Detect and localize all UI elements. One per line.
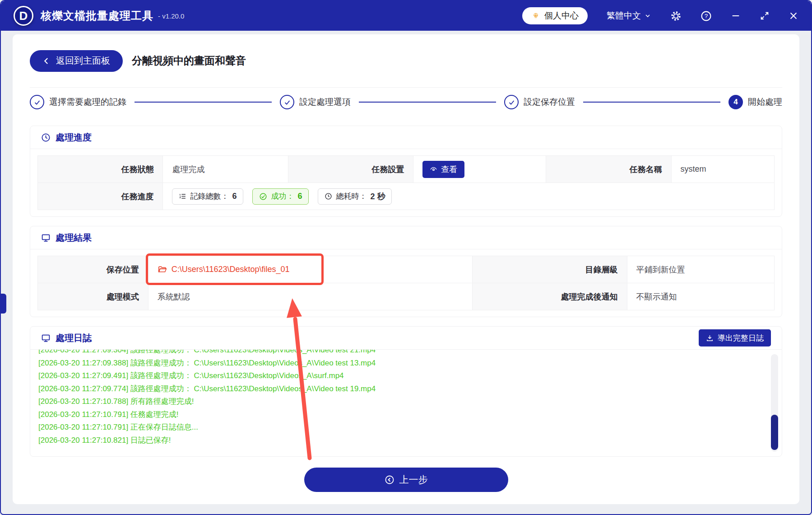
success-label: 成功：	[271, 191, 294, 201]
table-row: 處理模式 系統默認 處理完成後通知 不顯示通知	[38, 283, 775, 310]
export-log-label: 導出完整日誌	[718, 333, 764, 343]
view-icon	[430, 165, 437, 173]
table-row: 保存位置 C:\Users\11623\Desktop\files_01 目錄層…	[38, 256, 775, 283]
success-badge: 成功： 6	[252, 188, 309, 205]
progress-section-body: 任務狀態 處理完成 任務設置 查看 任務名稱 system	[30, 149, 782, 216]
elapsed-time-label: 總耗時：	[336, 191, 367, 201]
result-section: 處理結果 保存位置 C:\Users\11623\Desktop\files_0…	[30, 226, 782, 317]
table-row: 任務狀態 處理完成 任務設置 查看 任務名稱 system	[38, 156, 775, 183]
app-window: { "colors": { "primary_blue": "#2028a5",…	[0, 0, 812, 515]
titlebar-controls: 個人中心 繁體中文 ?	[522, 7, 798, 24]
titlebar: D 核爍文檔批量處理工具 - v1.20.0 個人中心 繁體中文 ?	[1, 1, 811, 31]
save-location-link[interactable]: C:\Users\11623\Desktop\files_01	[158, 265, 463, 274]
view-button-label: 查看	[441, 164, 457, 175]
dir-level-value: 平鋪到新位置	[627, 256, 774, 283]
back-to-dashboard-button[interactable]: 返回到主面板	[30, 50, 123, 72]
check-circle-icon	[259, 192, 267, 201]
notify-value: 不顯示通知	[627, 283, 774, 310]
progress-table: 任務狀態 處理完成 任務設置 查看 任務名稱 system	[37, 155, 775, 210]
elapsed-time-value: 2 秒	[370, 191, 385, 202]
result-section-title: 處理結果	[56, 232, 92, 244]
task-name-label: 任務名稱	[546, 156, 671, 183]
step-3: 設定保存位置	[504, 95, 575, 109]
prev-circle-icon	[385, 475, 394, 485]
step-2-check-icon	[280, 95, 294, 109]
settings-gear-icon[interactable]	[670, 10, 682, 22]
chevron-down-icon	[644, 12, 651, 19]
language-selector[interactable]: 繁體中文	[607, 10, 651, 22]
log-line: [2026-03-20 11:27:10.791] 正在保存日誌信息...	[38, 421, 766, 434]
log-section-header: 處理日誌 導出完整日誌	[30, 327, 782, 350]
step-3-label: 設定保存位置	[524, 96, 575, 108]
step-connector	[583, 102, 720, 103]
chevron-left-icon	[42, 57, 51, 65]
language-label: 繁體中文	[607, 10, 641, 22]
task-status-label: 任務狀態	[38, 156, 163, 183]
save-location-label: 保存位置	[38, 256, 148, 283]
task-settings-label: 任務設置	[288, 156, 413, 183]
page-header: 返回到主面板 分離視頻中的畫面和聲音	[30, 34, 782, 88]
log-lines: [2026-03-20 11:27:09.304] 該路徑處理成功： C:\Us…	[38, 350, 766, 447]
user-center-label: 個人中心	[544, 10, 579, 22]
download-icon	[706, 334, 714, 342]
step-connector	[359, 102, 496, 103]
log-area[interactable]: [2026-03-20 11:27:09.304] 該路徑處理成功： C:\Us…	[30, 350, 782, 456]
result-table: 保存位置 C:\Users\11623\Desktop\files_01 目錄層…	[37, 256, 775, 310]
success-value: 6	[297, 192, 302, 201]
monitor-icon	[41, 233, 51, 243]
minimize-button[interactable]	[731, 11, 741, 21]
maximize-button[interactable]	[760, 11, 770, 21]
log-section-title: 處理日誌	[56, 332, 92, 344]
help-icon[interactable]: ?	[701, 10, 712, 22]
step-2: 設定處理選項	[280, 95, 351, 109]
log-line: [2026-03-20 11:27:10.821] 日誌已保存!	[38, 434, 766, 447]
page-title: 分離視頻中的畫面和聲音	[132, 54, 246, 68]
process-mode-value: 系統默認	[148, 283, 472, 310]
app-logo-icon: D	[14, 6, 33, 26]
step-1: 選擇需要處理的記錄	[30, 95, 126, 109]
task-status-value: 處理完成	[163, 156, 288, 183]
step-3-check-icon	[504, 95, 519, 109]
app-version: - v1.20.0	[158, 12, 184, 20]
close-button[interactable]	[789, 11, 798, 21]
view-settings-button[interactable]: 查看	[422, 161, 464, 178]
save-location-value: C:\Users\11623\Desktop\files_01	[172, 265, 290, 274]
step-4: 4 開始處理	[728, 95, 782, 109]
user-center-button[interactable]: 個人中心	[522, 7, 588, 24]
log-line: [2026-03-20 11:27:09.491] 該路徑處理成功： C:\Us…	[38, 370, 766, 383]
task-settings-cell: 查看	[413, 156, 546, 183]
log-line: [2026-03-20 11:27:09.774] 該路徑處理成功： C:\Us…	[38, 383, 766, 396]
log-scrollbar-thumb[interactable]	[771, 415, 778, 450]
task-name-value: system	[671, 156, 775, 183]
notify-label: 處理完成後通知	[472, 283, 627, 310]
folder-icon	[158, 265, 167, 274]
step-4-label: 開始處理	[748, 96, 782, 108]
records-total-label: 記錄總數：	[190, 191, 228, 201]
elapsed-time-badge: 總耗時： 2 秒	[318, 188, 392, 205]
side-edge-tab[interactable]	[1, 294, 6, 314]
log-line: [2026-03-20 11:27:09.304] 該路徑處理成功： C:\Us…	[38, 350, 766, 357]
result-section-header: 處理結果	[30, 226, 782, 249]
progress-section-header: 處理進度	[30, 126, 782, 149]
process-mode-label: 處理模式	[38, 283, 148, 310]
progress-badges: 記錄總數： 6 成功： 6	[172, 188, 765, 205]
step-2-label: 設定處理選項	[299, 96, 351, 108]
gem-icon	[531, 11, 540, 20]
back-button-label: 返回到主面板	[56, 55, 110, 67]
dir-level-label: 目錄層級	[472, 256, 627, 283]
records-total-value: 6	[232, 192, 237, 201]
log-line: [2026-03-20 11:27:09.388] 該路徑處理成功： C:\Us…	[38, 357, 766, 370]
step-4-number: 4	[728, 95, 743, 109]
step-indicator: 選擇需要處理的記錄 設定處理選項 設定保存位置 4 開始處理	[30, 88, 782, 117]
export-log-button[interactable]: 導出完整日誌	[699, 329, 771, 346]
list-icon	[179, 192, 186, 200]
main-card: 返回到主面板 分離視頻中的畫面和聲音 選擇需要處理的記錄 設定處理選項 設定保存…	[13, 34, 799, 504]
previous-step-button[interactable]: 上一步	[304, 468, 508, 492]
task-progress-label: 任務進度	[38, 183, 163, 210]
step-1-label: 選擇需要處理的記錄	[49, 96, 126, 108]
log-line: [2026-03-20 11:27:10.788] 所有路徑處理完成!	[38, 395, 766, 408]
log-section: 處理日誌 導出完整日誌 [2026-03-20 11:27:09.304] 該路…	[30, 326, 782, 457]
log-line: [2026-03-20 11:27:10.791] 任務處理完成!	[38, 408, 766, 421]
table-row: 任務進度 記錄總數： 6	[38, 183, 775, 210]
records-total-badge: 記錄總數： 6	[172, 188, 243, 205]
